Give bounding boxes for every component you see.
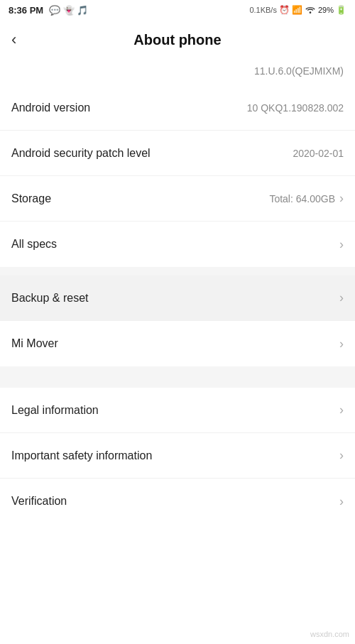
storage-value: Total: 64.00GB <box>269 193 335 204</box>
status-right-icons: 0.1KB/s ⏰ 📶 29% 🔋 <box>249 5 346 16</box>
backup-reset-label: Backup & reset <box>11 292 89 305</box>
security-patch-item[interactable]: Android security patch level 2020-02-01 <box>0 131 355 176</box>
chevron-icon: › <box>339 191 344 206</box>
time-display: 8:36 PM <box>9 5 43 16</box>
chevron-icon: › <box>339 494 344 509</box>
version-row: 11.U.6.0(QEJMIXM) <box>0 60 355 85</box>
chevron-icon: › <box>339 448 344 463</box>
section-divider-1 <box>0 267 355 275</box>
back-button[interactable]: ‹ <box>11 29 22 50</box>
wifi-icon <box>305 5 316 16</box>
verification-label: Verification <box>11 495 67 508</box>
svg-point-0 <box>310 11 312 13</box>
chevron-icon: › <box>339 290 344 305</box>
mi-mover-label: Mi Mover <box>11 337 58 350</box>
chevron-icon: › <box>339 237 344 252</box>
top-navigation: ‹ About phone <box>0 20 355 60</box>
chevron-icon: › <box>339 403 344 417</box>
alarm-icon: ⏰ <box>279 5 290 15</box>
android-version-label: Android version <box>11 102 90 114</box>
battery-percentage: 29% <box>318 6 334 14</box>
verification-item[interactable]: Verification › <box>0 479 355 524</box>
content-area: 11.U.6.0(QEJMIXM) Android version 10 QKQ… <box>0 60 355 524</box>
safety-info-item[interactable]: Important safety information › <box>0 433 355 479</box>
os-version-value: 11.U.6.0(QEJMIXM) <box>254 65 344 77</box>
status-time: 8:36 PM 💬 👻 🎵 <box>9 5 88 16</box>
network-speed: 0.1KB/s <box>249 6 277 14</box>
security-patch-label: Android security patch level <box>11 147 151 160</box>
page-title: About phone <box>133 32 221 48</box>
safety-info-label: Important safety information <box>11 449 152 462</box>
status-bar: 8:36 PM 💬 👻 🎵 0.1KB/s ⏰ 📶 29% 🔋 <box>0 0 355 20</box>
storage-item[interactable]: Storage Total: 64.00GB › <box>0 176 355 222</box>
notification-icons: 💬 👻 🎵 <box>49 5 88 16</box>
all-specs-item[interactable]: All specs › <box>0 222 355 267</box>
storage-label: Storage <box>11 192 51 205</box>
all-specs-label: All specs <box>11 238 57 251</box>
settings-section-1: Android version 10 QKQ1.190828.002 Andro… <box>0 85 355 267</box>
android-version-item[interactable]: Android version 10 QKQ1.190828.002 <box>0 85 355 131</box>
backup-reset-item[interactable]: Backup & reset › <box>0 275 355 321</box>
mi-mover-item[interactable]: Mi Mover › <box>0 321 355 366</box>
chevron-icon: › <box>339 337 344 351</box>
battery-indicator: 29% 🔋 <box>318 5 346 15</box>
signal-bars: 📶 <box>292 5 302 15</box>
legal-info-item[interactable]: Legal information › <box>0 388 355 433</box>
settings-section-2: Backup & reset › Mi Mover › <box>0 275 355 366</box>
settings-section-3: Legal information › Important safety inf… <box>0 388 355 524</box>
watermark: wsxdn.com <box>310 630 349 638</box>
security-patch-value: 2020-02-01 <box>293 148 344 159</box>
section-divider-2 <box>0 366 355 388</box>
android-version-value: 10 QKQ1.190828.002 <box>247 102 344 114</box>
legal-info-label: Legal information <box>11 404 99 417</box>
